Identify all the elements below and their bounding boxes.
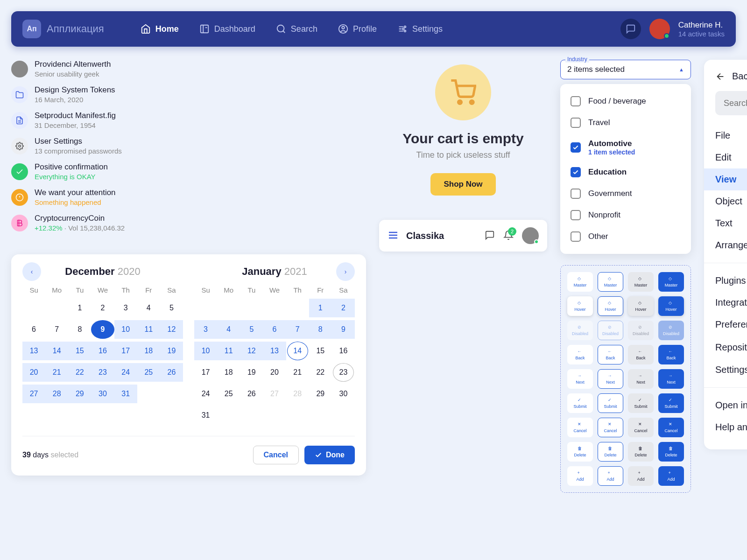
brand[interactable]: Ап Аппликация bbox=[22, 20, 104, 38]
day-4[interactable]: 4 bbox=[137, 299, 160, 317]
menu-text[interactable]: Text› bbox=[704, 212, 747, 234]
option-foodbeverage[interactable]: Food / beverage bbox=[560, 91, 691, 112]
nav-settings[interactable]: Settings bbox=[389, 19, 451, 39]
list-item[interactable]: User Settings13 compromised passwords bbox=[11, 137, 198, 155]
menu-open-in-desktop-app[interactable]: Open in Desktop App bbox=[704, 394, 747, 416]
day-16[interactable]: 16 bbox=[332, 342, 355, 360]
day-6[interactable]: 6 bbox=[22, 320, 45, 339]
day-21[interactable]: 21 bbox=[286, 363, 309, 382]
menu-icon[interactable] bbox=[388, 230, 399, 242]
day-19[interactable]: 19 bbox=[240, 363, 263, 382]
list-item[interactable]: Providenci AltenwerthSenior usability ge… bbox=[11, 60, 198, 78]
chip-hover-v4[interactable]: ◇Hover bbox=[658, 296, 684, 316]
chip-back-v4[interactable]: ←Back bbox=[658, 345, 684, 364]
list-item[interactable]: We want your attentionSomething happened bbox=[11, 188, 198, 206]
day-13[interactable]: 13 bbox=[22, 342, 45, 360]
calendar-next-button[interactable]: › bbox=[336, 262, 355, 281]
day-26[interactable]: 26 bbox=[160, 363, 183, 382]
day-18[interactable]: 18 bbox=[137, 342, 160, 360]
day-3[interactable]: 3 bbox=[114, 299, 137, 317]
day-10[interactable]: 10 bbox=[114, 320, 137, 339]
day-7[interactable]: 7 bbox=[286, 320, 309, 339]
chip-master-v3[interactable]: ◇Master bbox=[628, 272, 654, 292]
chip-cancel-v2[interactable]: ✕Cancel bbox=[598, 418, 623, 437]
day-26[interactable]: 26 bbox=[240, 385, 263, 403]
shop-now-button[interactable]: Shop Now bbox=[430, 173, 495, 196]
day-11[interactable]: 11 bbox=[217, 342, 240, 360]
bell-icon[interactable]: 2 bbox=[503, 230, 514, 242]
menu-help-and-account[interactable]: Help and Account› bbox=[704, 416, 747, 438]
day-28[interactable]: 28 bbox=[286, 385, 309, 403]
chip-add-v1[interactable]: +Add bbox=[567, 466, 593, 486]
chip-next-v3[interactable]: →Next bbox=[628, 369, 654, 389]
option-other[interactable]: Other bbox=[560, 226, 691, 247]
day-20[interactable]: 20 bbox=[263, 363, 286, 382]
chip-back-v3[interactable]: ←Back bbox=[628, 345, 654, 364]
chip-master-v4[interactable]: ◇Master bbox=[658, 272, 684, 292]
day-19[interactable]: 19 bbox=[160, 342, 183, 360]
menu-repositories[interactable]: Repositories2 bbox=[704, 336, 747, 359]
day-8[interactable]: 8 bbox=[309, 320, 332, 339]
day-3[interactable]: 3 bbox=[194, 320, 217, 339]
day-9[interactable]: 9 bbox=[332, 320, 355, 339]
done-button[interactable]: Done bbox=[304, 446, 355, 464]
chip-master-v1[interactable]: ◇Master bbox=[567, 272, 593, 292]
day-23[interactable]: 23 bbox=[333, 363, 354, 382]
menu-settings[interactable]: Settings bbox=[704, 359, 747, 381]
day-16[interactable]: 16 bbox=[91, 342, 114, 360]
day-14[interactable]: 14 bbox=[45, 342, 68, 360]
chat-icon[interactable] bbox=[485, 230, 495, 242]
chip-add-v4[interactable]: +Add bbox=[658, 466, 684, 486]
day-22[interactable]: 22 bbox=[68, 363, 91, 382]
day-17[interactable]: 17 bbox=[114, 342, 137, 360]
menu-file[interactable]: File› bbox=[704, 125, 747, 147]
checkbox[interactable] bbox=[571, 231, 581, 242]
list-item[interactable]: Design System Tokens16 March, 2020 bbox=[11, 85, 198, 104]
nav-home[interactable]: Home bbox=[132, 19, 187, 39]
day-5[interactable]: 5 bbox=[160, 299, 183, 317]
option-travel[interactable]: Travel bbox=[560, 112, 691, 133]
calendar-prev-button[interactable]: ‹ bbox=[22, 262, 41, 281]
chip-back-v1[interactable]: ←Back bbox=[567, 345, 593, 364]
checkbox[interactable] bbox=[571, 189, 581, 199]
chip-cancel-v3[interactable]: ✕Cancel bbox=[628, 418, 654, 437]
chip-disabled-v2[interactable]: ⊘Disabled bbox=[598, 321, 623, 340]
chip-submit-v1[interactable]: ✓Submit bbox=[567, 393, 593, 413]
day-12[interactable]: 12 bbox=[160, 320, 183, 339]
chip-disabled-v3[interactable]: ⊘Disabled bbox=[628, 321, 654, 340]
menu-arrange[interactable]: Arrange› bbox=[704, 234, 747, 256]
day-29[interactable]: 29 bbox=[309, 385, 332, 403]
chip-master-v2[interactable]: ◇Master bbox=[598, 272, 623, 292]
search-field[interactable] bbox=[724, 98, 747, 108]
avatar[interactable] bbox=[649, 19, 670, 39]
checkbox[interactable] bbox=[571, 118, 581, 128]
list-item[interactable]: Setproduct Manifest.fig31 December, 1954 bbox=[11, 111, 198, 129]
day-27[interactable]: 27 bbox=[22, 385, 45, 403]
day-7[interactable]: 7 bbox=[45, 320, 68, 339]
day-30[interactable]: 30 bbox=[332, 385, 355, 403]
chip-delete-v2[interactable]: 🗑Delete bbox=[598, 442, 623, 462]
chip-disabled-v4[interactable]: ⊘Disabled bbox=[658, 321, 684, 340]
checkbox[interactable] bbox=[571, 167, 581, 177]
chip-delete-v4[interactable]: 🗑Delete bbox=[658, 442, 684, 462]
day-6[interactable]: 6 bbox=[263, 320, 286, 339]
nav-dashboard[interactable]: Dashboard bbox=[191, 19, 264, 39]
menu-edit[interactable]: Edit› bbox=[704, 147, 747, 168]
industry-select[interactable]: Industry 2 items selected ▲ bbox=[560, 60, 691, 79]
checkbox[interactable] bbox=[571, 210, 581, 220]
day-2[interactable]: 2 bbox=[91, 299, 114, 317]
day-31[interactable]: 31 bbox=[194, 406, 217, 425]
day-21[interactable]: 21 bbox=[45, 363, 68, 382]
day-15[interactable]: 15 bbox=[68, 342, 91, 360]
chip-next-v4[interactable]: →Next bbox=[658, 369, 684, 389]
day-13[interactable]: 13 bbox=[263, 342, 286, 360]
day-1[interactable]: 1 bbox=[309, 299, 332, 317]
day-30[interactable]: 30 bbox=[91, 385, 114, 403]
chip-add-v3[interactable]: +Add bbox=[628, 466, 654, 486]
option-automotive[interactable]: Automotive1 item selected bbox=[560, 133, 691, 161]
day-2[interactable]: 2 bbox=[332, 299, 355, 317]
day-12[interactable]: 12 bbox=[240, 342, 263, 360]
day-29[interactable]: 29 bbox=[68, 385, 91, 403]
chat-icon[interactable] bbox=[620, 19, 641, 39]
chip-next-v2[interactable]: →Next bbox=[598, 369, 623, 389]
